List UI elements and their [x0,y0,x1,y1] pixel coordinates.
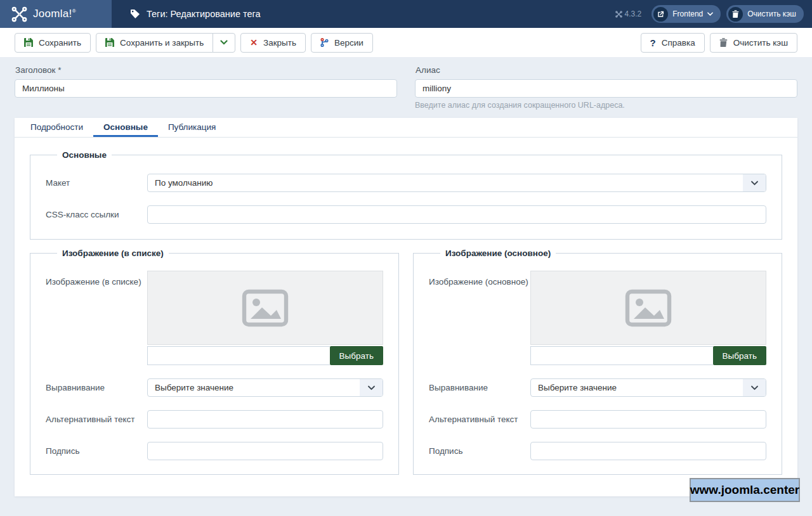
save-close-dropdown-button[interactable] [213,33,235,53]
alt-text-label: Альтернативный текст [429,415,530,424]
versions-button[interactable]: Версии [311,33,373,53]
code-branch-icon [320,38,329,47]
joomla-mini-icon [615,11,622,18]
caption-label: Подпись [46,446,147,456]
basic-legend: Основные [57,150,112,160]
image-list-label: Изображение (в списке) [46,277,147,287]
page-title: Теги: Редактирование тега [147,9,261,19]
layout-label: Макет [46,178,147,188]
admin-header: Joomla!® Теги: Редактирование тега 4.3.2 [0,0,812,28]
frontend-button[interactable]: Frontend [652,5,721,23]
save-button[interactable]: Сохранить [15,33,91,53]
close-button[interactable]: ✕ Закрыть [240,33,306,53]
tab-details[interactable]: Подробности [20,118,93,137]
alias-input[interactable] [415,79,797,98]
align-label: Выравнивание [429,383,530,392]
image-fieldsets: Изображение (в списке) Изображение (в сп… [30,248,782,475]
image-main-fieldset: Изображение (основное) Изображение (осно… [413,248,782,475]
trash-icon [719,38,728,47]
image-main-legend: Изображение (основное) [440,248,556,258]
title-field-wrap: Заголовок * [15,65,397,110]
image-list-fieldset: Изображение (в списке) Изображение (в сп… [30,248,399,475]
image-main-alt-input[interactable] [530,410,766,429]
image-list-caption-input[interactable] [147,442,383,460]
image-list-alt-row: Альтернативный текст [46,410,383,429]
image-list-legend: Изображение (в списке) [57,248,169,258]
image-list-preview [147,271,383,345]
image-list-align-row: Выравнивание Выберите значение [46,378,383,397]
image-list-align-select[interactable]: Выберите значение [147,378,383,397]
image-list-choose-button[interactable]: Выбрать [330,346,383,365]
external-link-icon [653,7,668,22]
image-main-choose-button[interactable]: Выбрать [713,346,766,365]
question-icon: ? [650,37,656,48]
image-list-alt-input[interactable] [147,410,383,429]
title-input[interactable] [15,79,397,98]
image-list-file-row: Выбрать [147,346,383,365]
image-main-caption-row: Подпись [429,442,766,460]
align-label: Выравнивание [46,383,147,392]
image-main-caption-input[interactable] [530,442,766,460]
clear-cache-button[interactable]: Очистить кэш [710,33,797,53]
css-class-row: CSS-класс ссылки [46,205,766,224]
joomla-logo-text: Joomla!® [33,8,76,20]
alias-hint: Введите алиас для создания сокращенного … [415,101,797,110]
alt-text-label: Альтернативный текст [46,415,147,424]
chevron-down-icon [743,379,766,396]
chevron-down-icon [743,174,766,191]
css-class-label: CSS-класс ссылки [46,210,147,219]
layout-select[interactable]: По умолчанию [147,174,766,192]
save-icon [105,38,114,47]
trash-icon [728,7,743,22]
tab-bar: Подробности Основные Публикация [15,118,797,138]
save-close-group: Сохранить и закрыть [96,33,235,53]
close-x-icon: ✕ [250,38,258,47]
tab-options[interactable]: Основные [93,118,158,137]
image-main-alt-row: Альтернативный текст [429,410,766,429]
alias-label: Алиас [416,65,797,75]
image-placeholder-icon [625,289,672,327]
image-main-path-input[interactable] [530,346,713,365]
tag-icon [130,9,140,19]
layout-row: Макет По умолчанию [46,174,766,192]
joomla-logo[interactable]: Joomla!® [0,0,112,28]
edit-card: Подробности Основные Публикация Основные… [15,118,797,496]
toolbar: Сохранить Сохранить и закрыть ✕ З [0,28,812,57]
image-main-align-row: Выравнивание Выберите значение [429,378,766,397]
alias-field-wrap: Алиас Введите алиас для создания сокраще… [415,65,797,110]
image-list-row: Изображение (в списке) [46,271,383,365]
toolbar-right: ? Справка Очистить кэш [641,33,797,53]
header-title-area: Теги: Редактирование тега [112,0,615,28]
title-alias-row: Заголовок * Алиас Введите алиас для созд… [0,57,812,110]
basic-fieldset: Основные Макет По умолчанию CSS-класс сс… [30,150,782,240]
header-clear-cache-button[interactable]: Очистить кэш [726,5,804,23]
image-list-path-input[interactable] [147,346,330,365]
save-icon [24,38,33,47]
tab-content: Основные Макет По умолчанию CSS-класс сс… [15,138,797,496]
watermark: www.joomla.center [690,478,800,502]
image-main-align-select[interactable]: Выберите значение [530,378,766,397]
joomla-version: 4.3.2 [615,10,642,18]
caption-label: Подпись [429,446,530,456]
image-main-label: Изображение (основное) [429,277,530,287]
image-main-preview [530,271,766,345]
image-main-row: Изображение (основное) [429,271,766,365]
header-right: 4.3.2 Frontend Очистить кэ [615,0,812,28]
chevron-down-icon [360,379,383,396]
title-label: Заголовок * [15,65,397,75]
chevron-down-icon [220,40,228,45]
save-close-button[interactable]: Сохранить и закрыть [96,33,213,53]
chevron-down-icon [707,12,713,16]
help-button[interactable]: ? Справка [641,33,705,53]
tab-publishing[interactable]: Публикация [158,118,226,137]
image-placeholder-icon [242,289,289,327]
joomla-logo-icon [11,6,27,22]
css-class-input[interactable] [147,205,766,224]
image-list-caption-row: Подпись [46,442,383,460]
image-main-file-row: Выбрать [530,346,766,365]
